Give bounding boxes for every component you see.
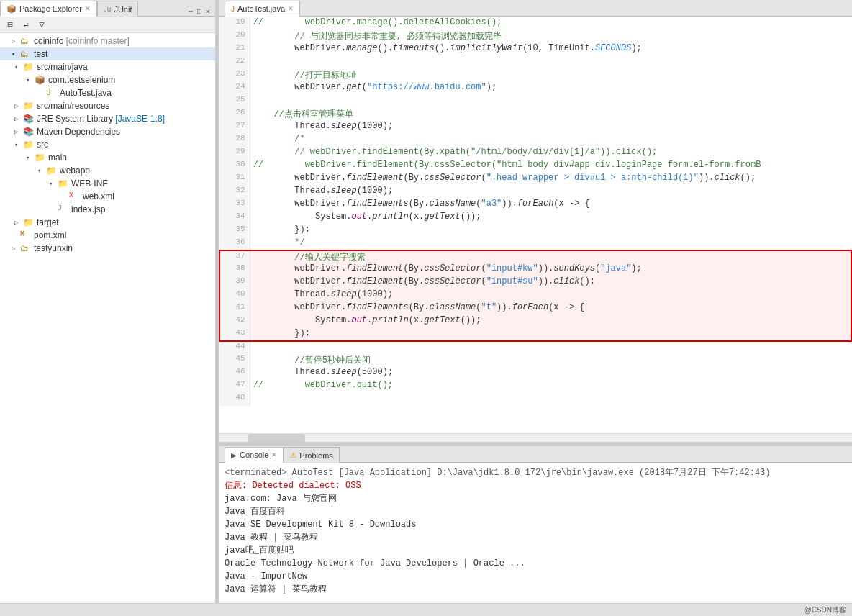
table-row: 28 /*: [219, 134, 851, 147]
minimize-btn[interactable]: ─: [186, 8, 195, 16]
link-editor-icon[interactable]: ⇌: [19, 19, 33, 32]
maximize-btn[interactable]: □: [195, 8, 204, 16]
indexjsp-label: index.jsp: [71, 204, 105, 214]
list-item: Java 教程 | 菜鸟教程: [225, 531, 846, 544]
tree-arrow-src: ▾: [14, 141, 23, 149]
tree-arrow-com-testselenium: ▾: [26, 76, 35, 84]
coininfo-label: coininfo [coininfo master]: [34, 36, 130, 46]
table-row: 38 webDriver.findElement(By.cssSelector(…: [219, 263, 851, 276]
tree-item-src-main-java[interactable]: ▾ 📁 src/main/java: [0, 60, 215, 73]
package-tree: ▷ 🗂 coininfo [coininfo master] ▾ 🗂 test …: [0, 33, 215, 603]
testyunxin-label: testyunxin: [34, 243, 73, 253]
table-row: 30// webDriver.findElement(By.cssSelecto…: [219, 160, 851, 173]
src-folder-icon: 📁: [23, 62, 35, 72]
table-row: 21 webDriver.manage().timeouts().implici…: [219, 43, 851, 56]
view-menu-icon[interactable]: ▽: [35, 19, 49, 32]
tree-item-coininfo[interactable]: ▷ 🗂 coininfo [coininfo master]: [0, 35, 215, 47]
table-row: 47// webDriver.quit();: [219, 380, 851, 393]
webinf-label: WEB-INF: [71, 178, 108, 189]
project-icon-coininfo: 🗂: [20, 36, 32, 46]
resources-folder-icon: 📁: [23, 101, 35, 111]
close-tab-package-explorer[interactable]: ✕: [85, 5, 91, 12]
table-row: 33 webDriver.findElements(By.className("…: [219, 199, 851, 212]
close-btn[interactable]: ✕: [204, 7, 212, 16]
code-content[interactable]: 19// webDriver.manage().deleteAllCookies…: [219, 17, 852, 433]
src-main-java-label: src/main/java: [37, 62, 88, 72]
webinf-folder-icon: 📁: [58, 178, 69, 189]
target-folder-icon: 📁: [23, 217, 35, 227]
table-row: 23 //打开目标地址: [219, 69, 851, 82]
tab-problems[interactable]: ⚠ Problems: [284, 447, 339, 463]
tree-item-target[interactable]: ▷ 📁 target: [0, 216, 215, 229]
tree-item-indexjsp[interactable]: ▸ J index.jsp: [0, 203, 215, 216]
tree-item-test[interactable]: ▾ 🗂 test: [0, 47, 215, 60]
code-table: 19// webDriver.manage().deleteAllCookies…: [219, 17, 852, 406]
list-item: <terminated> AutoTest [Java Application]…: [225, 466, 846, 479]
tree-arrow-target: ▷: [14, 219, 23, 227]
table-row: 25: [219, 95, 851, 108]
table-row: 41 webDriver.findElements(By.className("…: [219, 302, 851, 315]
table-row: 32 Thread.sleep(1000);: [219, 186, 851, 199]
list-item: Java_百度百科: [225, 505, 846, 518]
main-folder-icon: 📁: [35, 153, 46, 163]
tree-item-main[interactable]: ▾ 📁 main: [0, 151, 215, 164]
tree-arrow-coininfo: ▷: [12, 37, 20, 45]
pomxml-label: pom.xml: [34, 230, 66, 240]
bottom-panel-tabs: ▶ Console ✕ ⚠ Problems: [219, 446, 852, 463]
table-row: 48: [219, 393, 851, 406]
jre-label: JRE System Library [JavaSE-1.8]: [37, 114, 165, 124]
status-bar-text: @CSDN博客: [805, 605, 847, 615]
close-editor-tab[interactable]: ✕: [288, 5, 294, 12]
tree-item-src[interactable]: ▾ 📁 src: [0, 138, 215, 151]
horizontal-scrollbar[interactable]: [219, 433, 852, 442]
list-item: Oracle Technology Network for Java Devel…: [225, 557, 846, 570]
collapse-all-icon[interactable]: ⊟: [3, 19, 17, 32]
tree-arrow-webapp: ▾: [37, 167, 46, 175]
tree-item-testyunxin[interactable]: ▷ 🗂 testyunxin: [0, 242, 215, 255]
tab-console[interactable]: ▶ Console ✕: [225, 447, 284, 463]
tab-package-explorer[interactable]: 📦 Package Explorer ✕: [0, 1, 97, 17]
tree-item-src-main-resources[interactable]: ▷ 📁 src/main/resources: [0, 99, 215, 112]
code-editor[interactable]: 19// webDriver.manage().deleteAllCookies…: [219, 17, 852, 442]
tree-item-jre[interactable]: ▷ 📚 JRE System Library [JavaSE-1.8]: [0, 112, 215, 125]
table-row: 44: [219, 341, 851, 354]
table-row: 19// webDriver.manage().deleteAllCookies…: [219, 17, 851, 30]
target-label: target: [37, 217, 59, 227]
main-label: main: [48, 153, 67, 163]
table-row: 40 Thread.sleep(1000);: [219, 289, 851, 302]
table-row: 36 */: [219, 237, 851, 250]
tree-item-webapp[interactable]: ▾ 📁 webapp: [0, 164, 215, 177]
tree-arrow-test: ▾: [12, 50, 20, 58]
webapp-folder-icon: 📁: [46, 166, 58, 176]
pom-file-icon: M: [20, 230, 32, 240]
webapp-label: webapp: [60, 166, 90, 176]
project-icon-testyunxin: 🗂: [20, 243, 32, 253]
table-row: 34 System.out.println(x.getText());: [219, 212, 851, 225]
jsp-file-icon: J: [58, 204, 69, 214]
table-row: 37 //输入关键字搜索: [219, 250, 851, 263]
tree-item-autotest-java[interactable]: ▸ J AutoTest.java: [0, 86, 215, 99]
tree-item-pomxml[interactable]: ▸ M pom.xml: [0, 229, 215, 242]
tree-item-webinf[interactable]: ▾ 📁 WEB-INF: [0, 177, 215, 190]
table-row: 20 // 与浏览器同步非常重要, 必须等待浏览器加载完毕: [219, 30, 851, 43]
table-row: 39 webDriver.findElement(By.cssSelector(…: [219, 276, 851, 289]
tree-arrow-testyunxin: ▷: [12, 245, 20, 253]
library-icon-jre: 📚: [23, 114, 35, 124]
list-item: Java 运算符 | 菜鸟教程: [225, 583, 846, 596]
package-icon: 📦: [35, 75, 46, 85]
list-item: 信息: Detected dialect: OSS: [225, 479, 846, 492]
right-panel: J AutoTest.java ✕ 19// webDriver.manage(…: [219, 0, 852, 603]
tab-junit[interactable]: Ju JUnit: [97, 1, 139, 17]
close-console-tab[interactable]: ✕: [271, 451, 277, 458]
tree-item-maven[interactable]: ▷ 📚 Maven Dependencies: [0, 125, 215, 138]
tree-arrow-src-main-java: ▾: [14, 63, 23, 71]
left-panel-tabs: 📦 Package Explorer ✕ Ju JUnit ─ □ ✕: [0, 0, 215, 17]
tree-item-com-testselenium[interactable]: ▾ 📦 com.testselenium: [0, 73, 215, 86]
tree-arrow-autotest: ▸: [37, 89, 46, 97]
com-testselenium-label: com.testselenium: [48, 75, 115, 85]
src-label: src: [37, 140, 48, 150]
tree-arrow-indexjsp: ▸: [49, 206, 58, 214]
tree-arrow-main: ▾: [26, 154, 35, 162]
tree-item-webxml[interactable]: ▸ X web.xml: [0, 190, 215, 203]
tab-autotest-java[interactable]: J AutoTest.java ✕: [225, 1, 300, 17]
